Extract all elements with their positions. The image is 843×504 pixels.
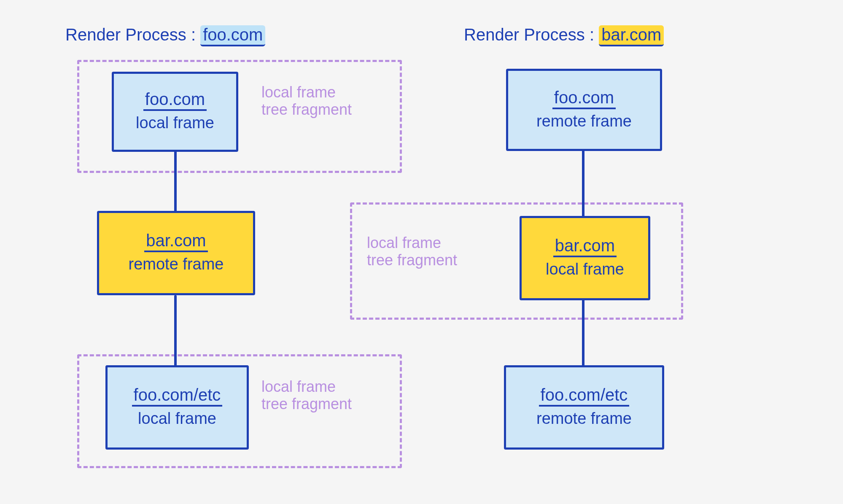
node-right-0-url: foo.com [552,88,616,109]
connector-left-2 [174,295,177,367]
connector-left-1 [174,148,177,213]
node-left-0-type: local frame [136,114,214,132]
fragment-label-right: local frame tree fragment [367,234,457,269]
node-left-1-url: bar.com [144,231,207,252]
connector-right-2 [582,299,584,367]
node-right-1-type: local frame [546,261,624,278]
node-right-0: foo.com remote frame [506,69,662,151]
node-left-2-url: foo.com/etc [132,385,223,407]
title-left-origin: foo.com [200,25,265,46]
diagram-canvas: Render Process : foo.com Render Process … [0,0,843,504]
node-right-0-type: remote frame [536,113,632,130]
node-right-2: foo.com/etc remote frame [504,365,664,450]
node-left-2-type: local frame [138,410,216,428]
title-left-prefix: Render Process : [65,25,200,44]
node-right-1-url: bar.com [553,236,617,257]
node-left-2: foo.com/etc local frame [105,365,249,450]
node-left-1-type: remote frame [129,256,224,273]
node-left-0-url: foo.com [143,90,207,111]
fragment-label-left-bottom: local frame tree fragment [261,378,352,413]
node-right-2-url: foo.com/etc [539,385,630,407]
title-left: Render Process : foo.com [65,25,265,44]
node-right-1: bar.com local frame [520,216,650,300]
fragment-label-left-top: local frame tree fragment [261,84,352,119]
node-left-1: bar.com remote frame [97,211,255,295]
title-right-prefix: Render Process : [464,25,599,44]
node-left-0: foo.com local frame [112,72,238,152]
title-right-origin: bar.com [599,25,664,46]
connector-right-1 [582,148,584,217]
title-right: Render Process : bar.com [464,25,664,44]
node-right-2-type: remote frame [536,410,632,428]
